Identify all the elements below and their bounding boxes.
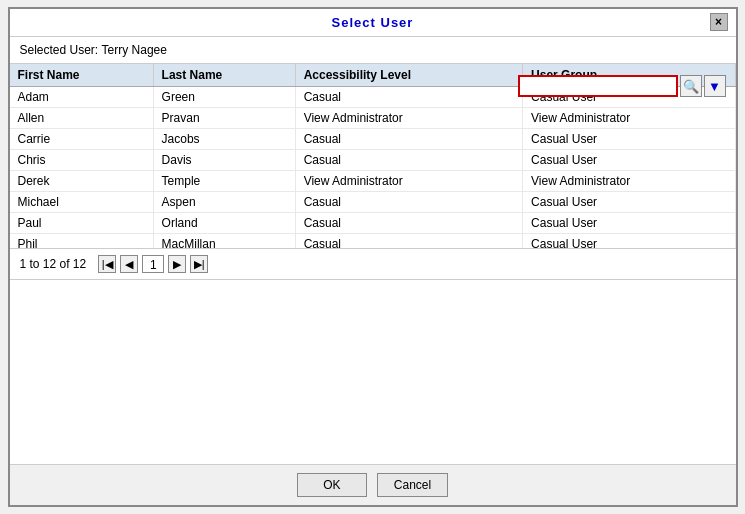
dialog-title: Select User <box>332 15 414 30</box>
last-page-button[interactable]: ▶| <box>190 255 208 273</box>
next-page-button[interactable]: ▶ <box>168 255 186 273</box>
table-row[interactable]: AllenPravanView AdministratorView Admini… <box>10 108 736 129</box>
pagination-bar: 1 to 12 of 12 |◀ ◀ 1 ▶ ▶| <box>10 249 736 280</box>
current-page: 1 <box>142 255 164 273</box>
search-input[interactable] <box>518 75 678 97</box>
dialog-title-bar: Select User × <box>10 9 736 37</box>
cancel-button[interactable]: Cancel <box>377 473 448 497</box>
button-bar: OK Cancel <box>10 464 736 505</box>
table-body: AdamGreenCasualCasual UserAllenPravanVie… <box>10 87 736 250</box>
search-button[interactable]: 🔍 <box>680 75 702 97</box>
col-first-name: First Name <box>10 64 154 87</box>
close-button[interactable]: × <box>710 13 728 31</box>
select-user-dialog: Select User × Selected User: Terry Nagee… <box>8 7 738 507</box>
search-area: 🔍 ▼ <box>518 75 726 97</box>
table-row[interactable]: PaulOrlandCasualCasual User <box>10 213 736 234</box>
table-row[interactable]: ChrisDavisCasualCasual User <box>10 150 736 171</box>
table-row[interactable]: CarrieJacobsCasualCasual User <box>10 129 736 150</box>
spacer <box>10 280 736 464</box>
selected-user-value: Terry Nagee <box>102 43 167 57</box>
pagination-range: 1 to 12 of 12 <box>20 257 87 271</box>
ok-button[interactable]: OK <box>297 473 367 497</box>
prev-page-button[interactable]: ◀ <box>120 255 138 273</box>
table-row[interactable]: MichaelAspenCasualCasual User <box>10 192 736 213</box>
selected-user-label: Selected User: <box>20 43 99 57</box>
table-row[interactable]: DerekTempleView AdministratorView Admini… <box>10 171 736 192</box>
first-page-button[interactable]: |◀ <box>98 255 116 273</box>
col-access-level: Accessibility Level <box>295 64 522 87</box>
table-row[interactable]: PhilMacMillanCasualCasual User <box>10 234 736 250</box>
filter-button[interactable]: ▼ <box>704 75 726 97</box>
col-last-name: Last Name <box>153 64 295 87</box>
